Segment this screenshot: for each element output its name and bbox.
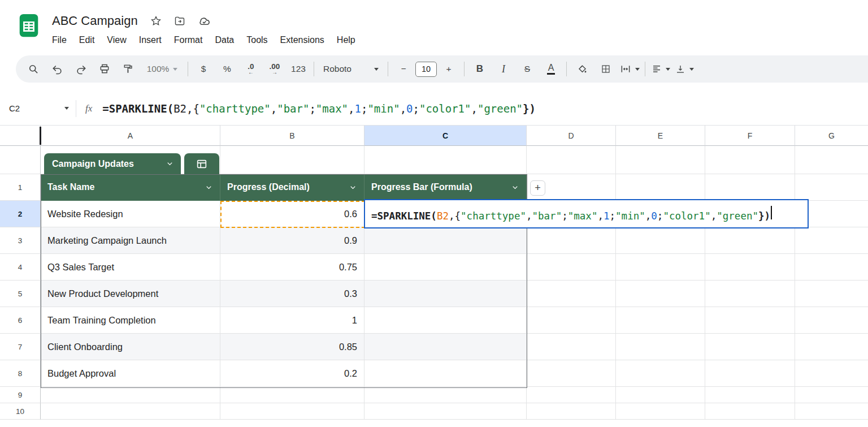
cell[interactable] (795, 307, 868, 334)
search-icon[interactable] (21, 59, 45, 79)
menu-extensions[interactable]: Extensions (274, 33, 331, 47)
column-menu-chevron-icon[interactable] (205, 183, 213, 192)
table-header-progress-decimal[interactable]: Progress (Decimal) (220, 174, 364, 201)
table-menu-button[interactable] (184, 153, 219, 174)
cell[interactable] (616, 403, 705, 420)
column-header-a[interactable]: A (41, 126, 220, 146)
column-header-g[interactable]: G (795, 126, 868, 146)
cell[interactable] (364, 403, 527, 420)
row-header-8[interactable]: 8 (0, 360, 41, 387)
cell-c3[interactable] (364, 227, 527, 254)
table-name-chip[interactable]: Campaign Updates (44, 153, 181, 174)
cell-b4[interactable]: 0.75 (220, 254, 364, 281)
decrease-decimal-button[interactable]: .0 ← (239, 59, 263, 79)
increase-decimal-button[interactable]: .00 → (263, 59, 287, 79)
menu-format[interactable]: Format (168, 33, 209, 47)
cell[interactable] (616, 254, 705, 281)
cell[interactable] (705, 360, 795, 387)
column-menu-chevron-icon[interactable] (349, 183, 357, 192)
column-header-f[interactable]: F (705, 126, 795, 146)
cell[interactable] (616, 146, 705, 174)
cell[interactable] (795, 334, 868, 360)
cell-c5[interactable] (364, 281, 527, 307)
paint-format-button[interactable] (116, 59, 140, 79)
cell[interactable] (527, 360, 616, 387)
horizontal-align-button[interactable] (649, 59, 672, 79)
font-size-input[interactable]: 10 (415, 62, 437, 77)
menu-tools[interactable]: Tools (240, 33, 274, 47)
cell[interactable] (705, 281, 795, 307)
fill-color-button[interactable] (570, 59, 594, 79)
cell[interactable] (364, 146, 527, 174)
percent-format-button[interactable]: % (215, 59, 239, 79)
increase-font-size-button[interactable]: + (437, 59, 461, 79)
cell[interactable] (616, 360, 705, 387)
cell-b8[interactable]: 0.2 (220, 360, 364, 387)
cell[interactable] (616, 281, 705, 307)
currency-format-button[interactable]: $ (192, 59, 215, 79)
cell-a3[interactable]: Marketing Campaign Launch (41, 227, 220, 254)
bold-button[interactable]: B (468, 59, 492, 79)
cell[interactable] (616, 334, 705, 360)
table-header-progress-bar[interactable]: Progress Bar (Formula) (364, 174, 527, 201)
cell[interactable] (527, 281, 616, 307)
cell[interactable] (616, 307, 705, 334)
cell[interactable] (41, 387, 220, 403)
cell-editor[interactable]: =SPARKLINE(B2,{"charttype","bar";"max",1… (364, 199, 809, 228)
cell[interactable] (705, 174, 795, 201)
formula-input[interactable]: =SPARKLINE(B2,{"charttype","bar";"max",1… (102, 102, 536, 115)
text-color-button[interactable]: A (539, 59, 563, 79)
column-header-c[interactable]: C (364, 126, 527, 146)
cell-b5[interactable]: 0.3 (220, 281, 364, 307)
cell-a2[interactable]: Website Redesign (41, 201, 220, 227)
decrease-font-size-button[interactable]: − (392, 59, 415, 79)
cell-a8[interactable]: Budget Approval (41, 360, 220, 387)
cell[interactable] (795, 360, 868, 387)
table-header-task-name[interactable]: Task Name (41, 174, 220, 201)
cell[interactable] (527, 387, 616, 403)
row-header-2[interactable]: 2 (0, 201, 41, 227)
cell[interactable] (795, 174, 868, 201)
cell[interactable] (527, 403, 616, 420)
row-header-10[interactable]: 10 (0, 403, 41, 420)
font-family-select[interactable]: Roboto (318, 59, 384, 79)
menu-edit[interactable]: Edit (73, 33, 101, 47)
strikethrough-button[interactable]: S (515, 59, 539, 79)
column-header-b[interactable]: B (220, 126, 364, 146)
borders-button[interactable] (594, 59, 618, 79)
document-title[interactable]: ABC Campaign (52, 14, 138, 28)
cell-b7[interactable]: 0.85 (220, 334, 364, 360)
redo-button[interactable] (69, 59, 93, 79)
cell[interactable] (220, 387, 364, 403)
cell[interactable] (364, 387, 527, 403)
menu-data[interactable]: Data (209, 33, 240, 47)
star-icon[interactable] (150, 15, 162, 27)
row-header-blank[interactable] (0, 146, 41, 174)
cloud-saved-icon[interactable] (198, 15, 211, 28)
row-header-1[interactable]: 1 (0, 174, 41, 201)
merge-cells-button[interactable] (618, 59, 641, 79)
cell[interactable] (616, 387, 705, 403)
cell[interactable] (705, 403, 795, 420)
row-header-3[interactable]: 3 (0, 227, 41, 254)
column-menu-chevron-icon[interactable] (511, 183, 519, 192)
cell-a7[interactable]: Client Onboarding (41, 334, 220, 360)
row-header-7[interactable]: 7 (0, 334, 41, 360)
cell[interactable] (220, 146, 364, 174)
move-folder-icon[interactable] (174, 15, 185, 27)
menu-file[interactable]: File (46, 33, 73, 47)
cell[interactable] (705, 146, 795, 174)
cell-b3[interactable]: 0.9 (220, 227, 364, 254)
select-all-corner[interactable] (0, 126, 41, 146)
cell[interactable] (705, 227, 795, 254)
menu-help[interactable]: Help (331, 33, 362, 47)
cell[interactable] (705, 387, 795, 403)
cell[interactable] (705, 334, 795, 360)
cell[interactable] (527, 307, 616, 334)
cell[interactable] (795, 387, 868, 403)
cell[interactable] (795, 281, 868, 307)
cell[interactable] (795, 227, 868, 254)
cell[interactable] (705, 254, 795, 281)
cell[interactable] (616, 174, 705, 201)
cell[interactable] (705, 307, 795, 334)
